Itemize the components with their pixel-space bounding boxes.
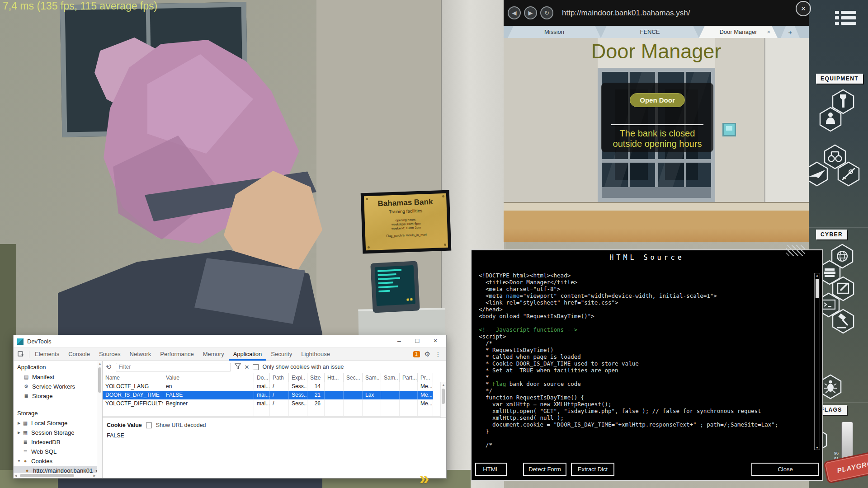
minimize-icon[interactable]: – [390,335,408,347]
only-issues-checkbox[interactable] [253,364,259,370]
filter-funnel-icon[interactable] [235,363,241,371]
code-line: /* [479,340,811,347]
browser-tab-door-manager[interactable]: Door Manager× [699,26,778,38]
panel-divider [611,124,703,125]
column-header[interactable]: Value [163,373,254,382]
code-scrollbar[interactable]: ▲▼ [814,273,820,450]
tree-item-local-storage[interactable]: ▶▦Local Storage [14,418,102,428]
expand-arrow-icon[interactable]: ▼ [16,456,22,466]
expand-arrow-icon[interactable]: ▶ [16,428,22,437]
tree-item-session-storage[interactable]: ▶▦Session Storage [14,428,102,437]
open-door-button[interactable]: Open Door [630,93,685,107]
filter-input[interactable] [116,363,231,371]
tree-item-indexeddb[interactable]: ≣IndexedDB [14,437,102,447]
detect-form-button[interactable]: Detect Form [523,463,566,476]
drone-icon[interactable] [809,161,829,187]
html-source-window: HTML Source <!DOCTYPE html><html><head> … [471,249,823,481]
column-header[interactable]: Pr... [418,373,433,382]
html-source-title: HTML Source [472,253,822,262]
cookie-cell: 14 [307,382,325,391]
devtools-tab-console[interactable]: Console [64,348,94,361]
back-icon[interactable]: ◀ [508,6,521,19]
cookie-row-door-is-day-time[interactable]: DOOR_IS_DAY_TIMEFALSEmai.../Sess...21Lax… [103,391,446,399]
tree-item-storage[interactable]: ≣Storage [14,391,102,401]
devtools-tab-elements[interactable]: Elements [30,348,64,361]
devtools-tab-application[interactable]: Application [229,348,267,361]
cookie-value-label: Cookie Value [107,422,142,428]
browser-tab-mission[interactable]: Mission [508,26,601,38]
column-header[interactable]: Name [103,373,163,382]
code-line: <link rel="stylesheet" href="site.css"> [479,299,811,306]
new-tab-button[interactable]: + [781,26,800,38]
empty-row [103,408,446,417]
more-options-icon[interactable]: ⋮ [435,351,442,358]
source-code-view[interactable]: <!DOCTYPE html><html><head> <title>Door … [479,272,811,452]
devtools-title: DevTools [27,338,51,345]
column-header[interactable]: Path [270,373,289,382]
column-header[interactable]: Do... [254,373,270,382]
code-line: * Set at TRUE when facilities are open [479,367,811,374]
tree-item-web-sql[interactable]: ≣Web SQL [14,447,102,456]
monitor-leds [405,294,413,303]
devtools-tab-performance[interactable]: Performance [156,348,198,361]
gavel-icon[interactable] [831,308,855,334]
sidebar-label-cyber: Cyber [816,230,847,239]
cookie-cell: mai... [254,382,270,391]
close-icon[interactable]: × [426,335,444,347]
tree-item-service-workers[interactable]: ⚙Service Workers [14,382,102,391]
sidebar-slider[interactable] [841,422,853,459]
tab-close-icon[interactable]: × [767,28,770,35]
devtools-tab-lighthouse[interactable]: Lighthouse [297,348,335,361]
devtools-tab-memory[interactable]: Memory [198,348,229,361]
warning-badge[interactable]: 1 [413,351,420,357]
agent-icon[interactable] [819,106,842,132]
clear-filter-icon[interactable]: ✕ [245,364,250,371]
skip-chevrons[interactable]: » [420,469,429,488]
refresh-icon[interactable]: ↻ [540,6,553,19]
tree-item-cookies[interactable]: ▼●Cookies [14,456,102,466]
devtools-tab-security[interactable]: Security [266,348,297,361]
column-header[interactable]: Size [307,373,325,382]
tab-label: Door Manager [719,28,757,35]
html-button[interactable]: HTML [475,463,507,476]
devtools-titlebar[interactable]: DevTools – □ × [14,335,446,347]
cookie-row-yoloctf-lang[interactable]: YOLOCTF_LANGenmai.../Sess...14Me... [103,382,446,391]
tree-vertical-scrollbar[interactable]: ▲ [97,361,102,478]
maximize-icon[interactable]: □ [408,335,426,347]
cookie-cell [400,399,418,408]
column-header[interactable]: Sec... [344,373,363,382]
url-bar[interactable]: http://maindoor.bank01.bahamas.ysh/ [562,9,690,18]
tree-item-manifest[interactable]: ▤Manifest [14,372,102,382]
forward-icon[interactable]: ▶ [524,6,537,19]
grid-icon: ▦ [22,428,29,437]
cookie-cell [325,399,344,408]
browser-tab-fence[interactable]: FENCE [601,26,699,38]
gear-icon[interactable]: ⚙ [425,350,430,358]
cookie-cell: FALSE [163,391,254,399]
refresh-icon[interactable]: ↻ [104,362,114,372]
cookie-cell: / [270,399,289,408]
browser-close-button[interactable]: × [796,1,811,16]
cookie-cell: Me... [418,391,433,399]
code-line: * Flag_bank_door_source_code [479,380,811,387]
devtools-tab-sources[interactable]: Sources [94,348,125,361]
menu-icon[interactable] [835,11,859,30]
code-line: function RequestIsDayTime() { [479,394,811,401]
column-header[interactable]: Part... [400,373,418,382]
extract-dict-button[interactable]: Extract Dict [571,463,614,476]
tree-horizontal-scrollbar[interactable]: ◀▶ [14,473,97,478]
cookie-row-yoloctf-difficulty[interactable]: YOLOCTF_DIFFICULTYBeginnermai.../Sess...… [103,399,446,408]
column-header[interactable]: Htt... [325,373,344,382]
cookie-cell [400,391,418,399]
close-button[interactable]: Close [751,463,819,476]
column-header[interactable]: Sam.. [381,373,400,382]
expand-arrow-icon[interactable]: ▶ [16,418,22,428]
inspect-element-icon[interactable] [18,351,25,358]
column-header[interactable]: Sam.. [363,373,381,382]
show-url-decoded-checkbox[interactable] [146,422,152,428]
column-header[interactable]: Expi.. [289,373,307,382]
sniper-icon[interactable] [837,161,860,187]
fps-counter: 7,4 ms (135 fps, 115 average fps) [3,0,157,12]
cookies-toolbar: ↻ ✕ Only show cookies with an issue [103,361,446,373]
devtools-tab-network[interactable]: Network [125,348,156,361]
